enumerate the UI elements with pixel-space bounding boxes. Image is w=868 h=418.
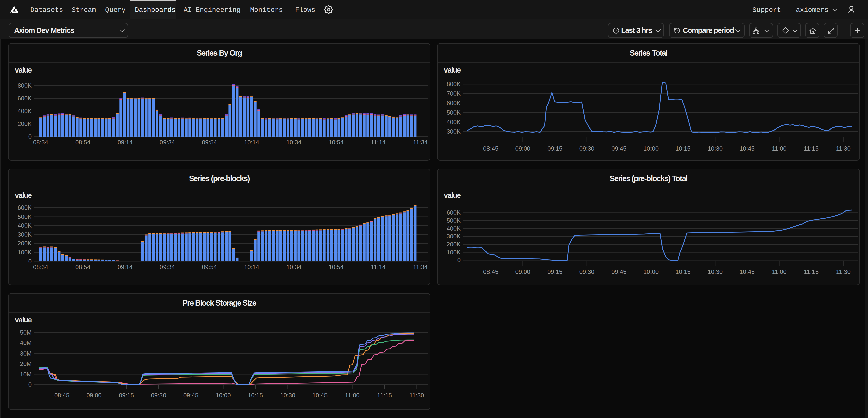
svg-text:500K: 500K [446,217,461,224]
svg-text:11:00: 11:00 [772,269,786,275]
svg-text:08:54: 08:54 [75,264,90,271]
svg-text:09:14: 09:14 [118,139,133,145]
svg-text:10:00: 10:00 [644,145,658,152]
svg-text:0: 0 [28,258,32,265]
svg-text:50M: 50M [20,329,32,336]
svg-text:800K: 800K [18,82,32,89]
svg-text:200K: 200K [18,240,32,247]
svg-text:30M: 30M [20,350,32,357]
svg-text:100K: 100K [18,249,32,256]
svg-text:300K: 300K [446,128,461,135]
svg-text:11:30: 11:30 [836,145,850,152]
svg-text:10:15: 10:15 [676,269,691,275]
svg-text:11:14: 11:14 [371,139,385,145]
svg-text:10:34: 10:34 [286,139,301,145]
svg-text:10:00: 10:00 [216,392,230,399]
svg-text:08:54: 08:54 [75,139,90,145]
svg-text:700K: 700K [446,90,461,97]
svg-text:11:14: 11:14 [371,264,385,271]
svg-text:400K: 400K [446,119,461,126]
svg-text:08:34: 08:34 [33,139,48,145]
svg-text:08:45: 08:45 [483,145,498,152]
svg-text:09:54: 09:54 [202,139,217,145]
svg-text:400K: 400K [446,225,461,232]
svg-text:09:30: 09:30 [580,145,594,152]
svg-text:10:45: 10:45 [312,392,328,399]
svg-text:10:00: 10:00 [644,269,658,275]
svg-text:11:15: 11:15 [377,392,392,399]
svg-text:09:15: 09:15 [547,269,562,275]
svg-text:10:30: 10:30 [708,269,722,275]
svg-text:300K: 300K [446,233,461,240]
svg-text:11:15: 11:15 [804,269,818,275]
svg-text:100K: 100K [446,249,461,256]
svg-text:400K: 400K [18,108,32,114]
svg-text:10M: 10M [20,371,32,378]
svg-text:10:45: 10:45 [740,145,755,152]
svg-text:10:30: 10:30 [708,145,722,152]
svg-text:11:00: 11:00 [345,392,360,399]
svg-text:09:45: 09:45 [183,392,198,399]
svg-text:0: 0 [28,133,32,140]
svg-text:11:34: 11:34 [413,264,428,271]
svg-text:800K: 800K [446,80,461,87]
svg-text:09:34: 09:34 [160,264,175,271]
svg-text:11:34: 11:34 [413,139,428,145]
svg-text:500K: 500K [18,213,32,220]
svg-text:10:45: 10:45 [740,269,755,275]
svg-text:10:14: 10:14 [244,139,259,145]
svg-text:300K: 300K [18,231,32,238]
svg-text:200K: 200K [446,241,461,248]
svg-text:10:34: 10:34 [286,264,301,271]
svg-text:09:34: 09:34 [160,139,175,145]
svg-text:09:00: 09:00 [516,269,530,275]
svg-text:10:15: 10:15 [676,145,691,152]
svg-text:11:30: 11:30 [409,392,424,399]
svg-text:40M: 40M [20,340,32,346]
svg-text:09:30: 09:30 [151,392,166,399]
svg-text:20M: 20M [20,360,32,367]
svg-text:0: 0 [28,381,32,388]
svg-text:09:14: 09:14 [118,264,133,271]
svg-text:08:34: 08:34 [33,264,48,271]
svg-text:09:15: 09:15 [547,145,562,152]
svg-text:09:00: 09:00 [86,392,101,399]
svg-text:10:15: 10:15 [248,392,263,399]
svg-text:0: 0 [457,257,461,264]
svg-text:08:45: 08:45 [54,392,69,399]
svg-text:11:30: 11:30 [836,269,850,275]
svg-text:11:00: 11:00 [772,145,786,152]
svg-text:08:45: 08:45 [483,269,498,275]
svg-text:11:15: 11:15 [804,145,818,152]
svg-text:200K: 200K [18,120,32,127]
svg-text:600K: 600K [446,209,461,216]
svg-text:600K: 600K [446,100,461,106]
svg-text:09:00: 09:00 [516,145,530,152]
svg-text:09:30: 09:30 [580,269,594,275]
svg-text:500K: 500K [446,109,461,116]
svg-text:400K: 400K [18,222,32,229]
svg-text:09:15: 09:15 [119,392,134,399]
svg-text:600K: 600K [18,204,32,211]
svg-text:600K: 600K [18,95,32,102]
svg-text:09:54: 09:54 [202,264,217,271]
svg-text:10:54: 10:54 [329,139,344,145]
svg-text:09:45: 09:45 [611,269,626,275]
svg-text:09:45: 09:45 [611,145,626,152]
svg-text:10:30: 10:30 [280,392,295,399]
svg-text:10:14: 10:14 [244,264,259,271]
svg-text:10:54: 10:54 [329,264,344,271]
